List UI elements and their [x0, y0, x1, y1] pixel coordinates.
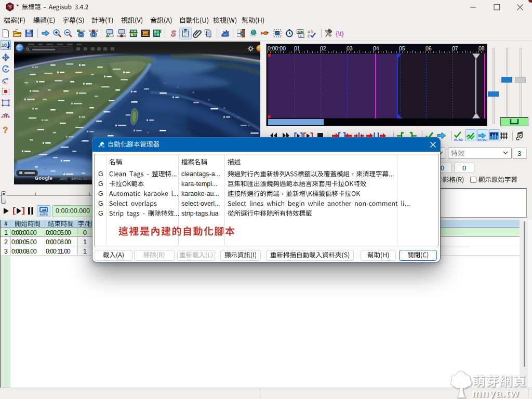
svg-text:S: S [171, 29, 176, 38]
svg-text:AUTO: AUTO [478, 138, 487, 141]
svg-text:AUTO: AUTO [39, 213, 48, 216]
svg-text:あ: あ [299, 34, 303, 38]
svg-text:b: b [311, 29, 313, 34]
svg-text:?: ? [3, 126, 8, 135]
svg-text:R: R [4, 113, 8, 118]
svg-text:AUTO: AUTO [454, 138, 463, 141]
